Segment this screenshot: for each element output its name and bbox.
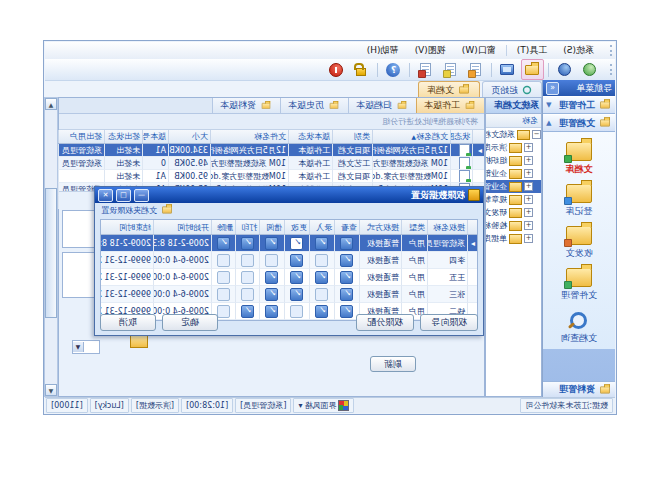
exit-icon-button[interactable]: [325, 59, 348, 80]
permission-checkbox[interactable]: [316, 237, 329, 250]
menu-item-1[interactable]: 工具(T): [509, 42, 556, 59]
skin-selector[interactable]: 界面风格 ▾: [293, 398, 354, 413]
page-tab-1[interactable]: 文档库: [418, 81, 480, 98]
dialog-column-header-7[interactable]: 打印: [235, 220, 259, 234]
sidebar-item-0[interactable]: 文档库: [543, 138, 615, 180]
tree-panel-tab[interactable]: 系统文档库: [486, 98, 541, 114]
grid-column-header-0[interactable]: [472, 130, 484, 143]
version-tab-1[interactable]: 归档版本: [348, 98, 416, 113]
vertical-scrollbar[interactable]: ▲ ▼: [44, 97, 58, 397]
dialog-minimize-button[interactable]: —: [134, 189, 149, 202]
tree-node-3[interactable]: +企业管理: [486, 180, 541, 193]
permission-checkbox[interactable]: [316, 288, 329, 301]
toolbar-grip-handle[interactable]: [605, 64, 612, 75]
sidebar-item-1[interactable]: 登记库: [543, 180, 615, 222]
grid-column-header-7[interactable]: 版本号: [142, 130, 168, 143]
permission-checkbox[interactable]: [341, 237, 354, 250]
dialog-title-bar[interactable]: 权限数据设置 — □ ✕: [95, 187, 483, 203]
tree-node-4[interactable]: +规章制度: [486, 193, 541, 206]
filter-combobox[interactable]: ▼: [72, 340, 100, 354]
grid-column-header-6[interactable]: 大小: [168, 130, 210, 143]
network-icon-button[interactable]: [578, 59, 601, 80]
document-new-icon-button[interactable]: [464, 59, 487, 80]
menu-item-4[interactable]: 帮助(H): [359, 42, 407, 59]
version-tab-0[interactable]: 工作版本: [416, 98, 484, 113]
permission-checkbox[interactable]: [291, 254, 304, 267]
attachment-folder-icon[interactable]: [130, 334, 148, 348]
tree-node-0[interactable]: +演示库: [486, 141, 541, 154]
tree-node-5[interactable]: +研发文档: [486, 206, 541, 219]
menu-item-2[interactable]: 窗口(W): [454, 42, 504, 59]
permission-checkbox[interactable]: [316, 254, 329, 267]
permission-checkbox[interactable]: [266, 271, 279, 284]
table-row[interactable]: 10M 系统数据整理方案...工艺文档工作版本10M 系统数据整理方案...49…: [59, 157, 484, 170]
version-tab-2[interactable]: 历史版本: [280, 98, 348, 113]
grid-column-header-3[interactable]: 类别: [332, 130, 372, 143]
site-icon-button[interactable]: [553, 59, 576, 80]
permission-checkbox[interactable]: [217, 271, 230, 284]
dialog-column-header-9[interactable]: 开始时间: [153, 220, 211, 234]
permission-checkbox[interactable]: [266, 237, 279, 250]
page-tab-0[interactable]: 起始页: [482, 81, 542, 98]
dialog-column-header-0[interactable]: 授权名称: [427, 220, 467, 234]
permission-checkbox[interactable]: [266, 288, 279, 301]
dialog-close-button[interactable]: ✕: [98, 189, 113, 202]
group-by-hint-bar[interactable]: 将列标题拖到此处进行分组: [59, 114, 484, 130]
grid-column-header-2[interactable]: 文档名称 ▲: [372, 130, 450, 143]
help-icon-button[interactable]: ?: [382, 59, 405, 80]
grid-column-header-8[interactable]: 签出状态: [104, 130, 142, 143]
sidebar-item-4[interactable]: 文档查询: [543, 306, 615, 349]
scroll-up-arrow[interactable]: ▲: [45, 98, 57, 110]
table-row[interactable]: ▸12月5日方兴网络例行周...项目文档工作版本12月5日方兴网络例行周...3…: [59, 144, 484, 157]
dialog-column-header-3[interactable]: 查看: [334, 220, 359, 234]
tree-column-header[interactable]: 名称: [486, 114, 541, 128]
dialog-left-button-1[interactable]: 权限分配: [356, 314, 414, 331]
sidebar-group-bottom[interactable]: 资料管理: [543, 381, 615, 397]
scroll-down-arrow[interactable]: ▼: [45, 384, 57, 396]
table-row[interactable]: 10M数据整理方案.doc项目文档工作版本10M数据整理方案.doc95.00K…: [59, 170, 484, 183]
folder-tool-icon-button[interactable]: [521, 59, 544, 80]
document-edit-icon-button[interactable]: [414, 59, 437, 80]
permission-checkbox[interactable]: [341, 254, 354, 267]
grid-column-header-5[interactable]: 文件名称: [210, 130, 288, 143]
permission-checkbox[interactable]: [341, 288, 354, 301]
sidebar-group-0[interactable]: 工作管理▼: [543, 96, 615, 114]
menu-item-3[interactable]: 视图(V): [407, 42, 454, 59]
dialog-column-header-10[interactable]: 结束时间: [100, 220, 153, 234]
menu-item-0[interactable]: 系统(S): [555, 42, 602, 59]
permission-checkbox[interactable]: [217, 288, 230, 301]
dialog-ok-button[interactable]: 确定: [162, 314, 218, 331]
dialog-column-header-6[interactable]: 借阅: [259, 220, 284, 234]
sidebar-group-1[interactable]: 文档管理▲: [543, 114, 615, 132]
menubar-grip-handle[interactable]: [605, 45, 612, 56]
permission-checkbox[interactable]: [291, 288, 304, 301]
dialog-column-header-8[interactable]: 删除: [211, 220, 235, 234]
dialog-column-header-4[interactable]: 录入: [309, 220, 334, 234]
refresh-button[interactable]: 刷新: [370, 356, 416, 372]
collapse-pane-button[interactable]: «: [546, 82, 559, 95]
window-icon-button[interactable]: [496, 59, 519, 80]
dialog-column-header-5[interactable]: 更改: [284, 220, 309, 234]
grid-column-header-4[interactable]: 版本状态: [288, 130, 332, 143]
sidebar-item-3[interactable]: 文件管理: [543, 264, 615, 306]
permission-checkbox[interactable]: [266, 254, 279, 267]
permission-checkbox[interactable]: [341, 271, 354, 284]
sidebar-item-2[interactable]: 收发文: [543, 222, 615, 264]
grid-column-header-1[interactable]: 状态图: [450, 130, 472, 143]
permission-checkbox[interactable]: [316, 271, 329, 284]
permission-row[interactable]: ▸系统管理员用户普通授权2009-2-18 8:35:572009-2-18 8…: [101, 235, 477, 252]
tree-root-row[interactable]: −系统文档库: [486, 128, 541, 141]
document-open-icon-button[interactable]: [439, 59, 462, 80]
permission-checkbox[interactable]: [291, 271, 304, 284]
permission-checkbox[interactable]: [241, 288, 254, 301]
permission-row[interactable]: 李四用户普通授权2009-6-4 0:00:009999-12-31 23:59…: [101, 252, 477, 269]
permission-row[interactable]: 张三用户普通授权2009-6-4 0:00:009999-12-31 23:59…: [101, 286, 477, 303]
permission-checkbox[interactable]: [241, 271, 254, 284]
dialog-maximize-button[interactable]: □: [116, 189, 131, 202]
dialog-cancel-button[interactable]: 取消: [100, 314, 156, 331]
permission-checkbox[interactable]: [217, 237, 230, 250]
tree-node-6[interactable]: +检验标准: [486, 219, 541, 232]
permission-row[interactable]: 王五用户普通授权2009-6-4 0:00:009999-12-31 23:59…: [101, 269, 477, 286]
lock-icon-button[interactable]: [350, 59, 373, 80]
permission-checkbox[interactable]: [241, 237, 254, 250]
